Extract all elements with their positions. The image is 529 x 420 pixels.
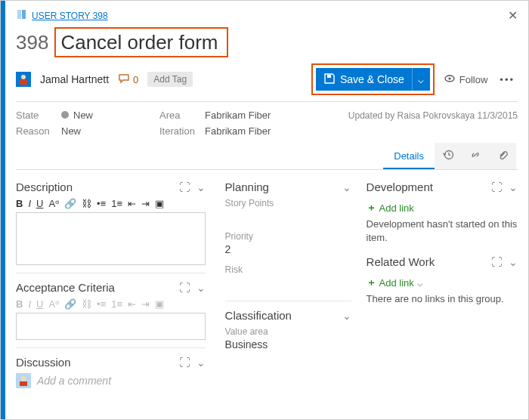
assignee-name[interactable]: Jamal Hartnett — [40, 73, 109, 85]
story-points-value[interactable] — [225, 208, 351, 227]
italic-icon[interactable]: I — [28, 198, 31, 209]
description-editor[interactable] — [16, 212, 206, 265]
comment-input[interactable]: Add a comment — [37, 375, 111, 387]
unlink-icon[interactable]: ⛓ — [82, 198, 91, 209]
state-value[interactable]: New — [61, 110, 159, 121]
underline-icon[interactable]: U — [36, 298, 43, 310]
follow-eye-icon — [444, 73, 456, 87]
bullet-list-icon[interactable]: •≡ — [97, 198, 106, 209]
font-letter-icon[interactable]: Aᵅ — [48, 298, 59, 310]
breadcrumb-label: USER STORY 398 — [32, 11, 108, 21]
area-label: Area — [159, 110, 205, 121]
description-toolbar[interactable]: B I U Aᵅ 🔗 ⛓ •≡ 1≡ ⇤ ⇥ ▣ — [16, 198, 206, 209]
link-icon[interactable]: 🔗 — [64, 198, 76, 209]
unlink-icon[interactable]: ⛓ — [82, 298, 91, 310]
expand-icon[interactable]: ⛶ — [491, 181, 503, 193]
image-icon[interactable]: ▣ — [155, 198, 164, 209]
comment-count[interactable]: 0 — [118, 73, 138, 87]
area-value[interactable]: Fabrikam Fiber — [205, 110, 311, 121]
svg-point-3 — [21, 75, 26, 79]
state-label: State — [16, 110, 61, 121]
iteration-value[interactable]: Fabrikam Fiber — [205, 125, 311, 137]
related-add-link[interactable]: ＋ Add link ⌵ — [367, 273, 518, 292]
book-icon — [16, 8, 28, 23]
image-icon[interactable]: ▣ — [155, 298, 164, 310]
font-letter-icon[interactable]: Aᵅ — [48, 198, 59, 209]
reason-value[interactable]: New — [61, 125, 159, 137]
tab-links[interactable] — [462, 143, 489, 169]
type-color-stripe — [1, 1, 5, 419]
save-dropdown-caret[interactable]: ⌵ — [412, 68, 430, 91]
planning-heading: Planning — [225, 181, 269, 193]
updated-by-text: Updated by Raisa Pokrovskaya 11/3/2015 — [311, 110, 518, 121]
tab-details[interactable]: Details — [383, 144, 435, 169]
indent-icon[interactable]: ⇥ — [141, 198, 150, 209]
outdent-icon[interactable]: ⇤ — [128, 298, 136, 310]
acceptance-toolbar[interactable]: B I U Aᵅ 🔗 ⛓ •≡ 1≡ ⇤ ⇥ ▣ — [16, 298, 206, 310]
bullet-list-icon[interactable]: •≡ — [97, 298, 106, 310]
svg-rect-0 — [17, 10, 21, 19]
plus-icon: ＋ — [367, 276, 376, 289]
svg-rect-5 — [327, 75, 331, 78]
expand-icon[interactable]: ⛶ — [179, 356, 190, 369]
development-heading: Development — [367, 181, 433, 193]
close-icon[interactable]: ✕ — [508, 8, 518, 23]
acceptance-editor[interactable] — [16, 313, 206, 340]
save-disk-icon — [323, 73, 336, 87]
tab-history[interactable] — [435, 143, 462, 169]
story-points-label: Story Points — [225, 198, 351, 208]
underline-icon[interactable]: U — [36, 198, 43, 209]
expand-icon[interactable]: ⛶ — [491, 255, 503, 268]
risk-label: Risk — [225, 264, 351, 275]
collapse-toggle[interactable] — [509, 181, 518, 193]
collapse-toggle[interactable] — [342, 309, 351, 322]
bold-icon[interactable]: B — [16, 198, 23, 209]
bold-icon[interactable]: B — [16, 298, 23, 310]
value-area-label: Value area — [225, 326, 351, 337]
state-dot-icon — [61, 111, 69, 119]
breadcrumb-link[interactable]: USER STORY 398 — [16, 8, 108, 23]
links-icon — [469, 149, 481, 163]
svg-point-7 — [448, 77, 450, 79]
number-list-icon[interactable]: 1≡ — [111, 298, 122, 310]
indent-icon[interactable]: ⇥ — [141, 298, 150, 310]
tab-attachments[interactable] — [489, 143, 516, 169]
description-heading: Description — [16, 181, 73, 193]
follow-button[interactable]: Follow — [444, 73, 488, 87]
collapse-toggle[interactable] — [196, 356, 206, 369]
collapse-toggle[interactable] — [509, 255, 518, 268]
history-icon — [442, 149, 454, 163]
number-list-icon[interactable]: 1≡ — [111, 198, 122, 209]
related-work-heading: Related Work — [367, 255, 435, 268]
comment-icon — [118, 73, 130, 87]
svg-rect-4 — [20, 80, 27, 85]
svg-rect-1 — [22, 10, 26, 19]
collapse-toggle[interactable] — [342, 181, 351, 193]
svg-rect-11 — [20, 381, 27, 386]
title-input[interactable] — [54, 27, 228, 57]
related-empty-text: There are no links in this group. — [367, 292, 518, 313]
link-icon[interactable]: 🔗 — [64, 298, 76, 310]
italic-icon[interactable]: I — [28, 298, 31, 310]
more-actions-button[interactable]: ••• — [497, 74, 518, 85]
save-and-close-button[interactable]: Save & Close ⌵ — [316, 68, 430, 91]
current-user-avatar — [16, 373, 31, 388]
add-tag-button[interactable]: Add Tag — [147, 72, 193, 87]
development-add-link[interactable]: ＋ Add link — [367, 198, 518, 218]
work-item-id: 398 — [16, 31, 48, 54]
expand-icon[interactable]: ⛶ — [179, 281, 190, 294]
value-area-value[interactable]: Business — [225, 337, 351, 355]
chevron-down-icon: ⌵ — [417, 277, 423, 289]
outdent-icon[interactable]: ⇤ — [128, 198, 136, 209]
plus-icon: ＋ — [367, 201, 376, 215]
priority-label: Priority — [225, 231, 351, 242]
development-empty-text: Development hasn't started on this item. — [367, 218, 518, 252]
priority-value[interactable]: 2 — [225, 242, 351, 260]
expand-icon[interactable]: ⛶ — [179, 181, 190, 193]
discussion-heading: Discussion — [16, 356, 71, 369]
risk-value[interactable] — [225, 275, 351, 293]
collapse-toggle[interactable] — [196, 281, 206, 294]
collapse-toggle[interactable] — [196, 181, 206, 193]
assignee-avatar[interactable] — [16, 72, 31, 87]
iteration-label: Iteration — [159, 125, 205, 137]
